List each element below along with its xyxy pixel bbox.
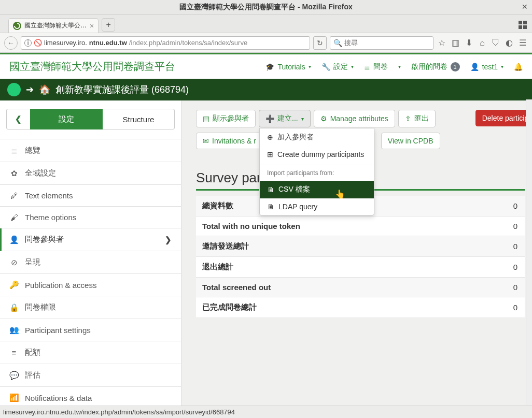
table-row: Total with no unique token0 — [196, 217, 525, 236]
svg-rect-3 — [523, 25, 527, 29]
graduation-icon: 🎓 — [265, 63, 274, 71]
wrench-icon: 🔧 — [321, 63, 330, 71]
window-close-button[interactable]: ✕ — [522, 3, 528, 11]
new-tab-button[interactable]: + — [102, 18, 115, 32]
toolbar-row1: ▤顯示參與者 ➕建立...▾ ⊕加入參與者 ⊞Create dummy part… — [196, 110, 532, 127]
menu-icon: 👤 — [9, 235, 19, 244]
url-pre: limesurvey.iro. — [44, 39, 87, 47]
stat-label: 邀請發送總計 — [196, 236, 483, 257]
nav-tutorials[interactable]: 🎓Tutorials▾ — [265, 63, 311, 71]
nav-settings[interactable]: 🔧設定▾ — [321, 62, 354, 71]
sidebar-item[interactable]: 🖉Text elements — [0, 185, 181, 207]
list-icon: ≣ — [364, 63, 370, 71]
brand-title[interactable]: 國立臺灣師範大學公用問卷調查平台 — [9, 60, 175, 74]
nav-surveys[interactable]: ≣問卷▾ — [364, 62, 401, 71]
manage-attributes-button[interactable]: ⚙Manage attributes — [314, 110, 395, 127]
dropdown-create-dummy[interactable]: ⊞Create dummy participants — [260, 146, 374, 163]
bookmark-button[interactable]: ☆ — [437, 38, 447, 48]
home-button[interactable]: ⌂ — [477, 38, 487, 48]
search-input[interactable] — [344, 39, 430, 47]
url-path: /index.php/admin/tokens/sa/index/surve — [129, 39, 247, 47]
nav-notifications[interactable]: 🔔 — [514, 63, 523, 71]
scrollbar[interactable] — [526, 99, 532, 406]
menu-label: 問卷權限 — [25, 302, 56, 312]
svg-rect-0 — [519, 21, 522, 24]
browser-tab[interactable]: 國立臺灣師範大學公… × — [8, 18, 99, 33]
sidebar-item[interactable]: 🔑Publication & access — [0, 274, 181, 296]
table-row: Total screened out0 — [196, 278, 525, 297]
search-box[interactable]: 🔍 — [330, 36, 433, 50]
sidebar-item[interactable]: 👥Participant settings — [0, 319, 181, 341]
menu-icon: 🔒 — [9, 303, 19, 312]
plus-square-icon: ⊞ — [267, 150, 273, 158]
extensions-button[interactable]: ◐ — [504, 38, 514, 48]
downloads-button[interactable]: ⬇ — [464, 38, 474, 48]
sidebar-item[interactable]: ⊘呈現 — [0, 251, 181, 274]
breadcrumb-arrow-icon: ➔ — [26, 84, 34, 95]
stat-value: 0 — [483, 257, 525, 278]
sidebar-item[interactable]: 👤問卷參與者❯ — [0, 228, 181, 251]
nav-active-surveys[interactable]: 啟用的問卷1 — [411, 62, 460, 71]
url-bar[interactable]: i 🚫 limesurvey.iro.ntnu.edu.tw/index.php… — [21, 36, 310, 50]
display-participants-button[interactable]: ▤顯示參與者 — [196, 110, 256, 127]
view-cpdb-button[interactable]: View in CPDB — [381, 133, 440, 149]
dropdown-import-ldap[interactable]: 🗎LDAP query — [260, 198, 374, 215]
sidebar-item[interactable]: 🖌Theme options — [0, 207, 181, 228]
url-domain: ntnu.edu.tw — [89, 39, 127, 47]
list-icon: ▤ — [203, 114, 209, 123]
search-icon: 🔍 — [333, 39, 342, 47]
create-dropdown-button[interactable]: ➕建立...▾ ⊕加入參與者 ⊞Create dummy participant… — [259, 110, 311, 127]
menu-label: Theme options — [25, 213, 76, 222]
sidebar-item[interactable]: ✿全域設定 — [0, 162, 181, 185]
status-text: limesurvey.iro.ntnu.edu.tw/index.php/adm… — [3, 408, 235, 416]
tab-label: 國立臺灣師範大學公… — [24, 21, 87, 30]
back-button[interactable]: ← — [4, 36, 18, 50]
pocket-button[interactable]: ▥ — [450, 38, 460, 48]
menu-label: Participant settings — [25, 326, 91, 335]
sidebar-item[interactable]: ≡配額 — [0, 341, 181, 364]
survey-title[interactable]: 創新教學實施課後評量 (668794) — [55, 83, 189, 96]
sidebar-item[interactable]: ≣總覽 — [0, 139, 181, 162]
sidebar-collapse-button[interactable]: ❮ — [6, 109, 30, 129]
plus-circle-icon: ⊕ — [267, 133, 273, 141]
sidebar-item[interactable]: 🔒問卷權限 — [0, 296, 181, 319]
menu-label: 問卷參與者 — [25, 235, 64, 244]
stat-value: 0 — [483, 278, 525, 297]
plus-circle-icon: ➕ — [265, 114, 274, 123]
dropdown-import-csv[interactable]: 🗎CSV 檔案 — [260, 181, 374, 198]
stat-label: Total screened out — [196, 278, 483, 297]
shield-icon[interactable]: ⛉ — [491, 38, 501, 48]
menu-label: 總覽 — [25, 146, 40, 155]
all-tabs-button[interactable] — [519, 21, 527, 29]
menu-icon: 📶 — [9, 393, 19, 402]
app-topnav: 國立臺灣師範大學公用問卷調查平台 🎓Tutorials▾ 🔧設定▾ ≣問卷▾ 啟… — [0, 53, 532, 79]
stat-value: 0 — [483, 297, 525, 318]
menu-icon: 🖉 — [9, 191, 19, 200]
tracking-icon[interactable]: 🚫 — [34, 39, 42, 47]
menu-icon: 💬 — [9, 371, 19, 380]
menu-icon: ≡ — [9, 348, 19, 357]
envelope-icon: ✉ — [203, 137, 209, 145]
delete-table-button[interactable]: Delete participa — [475, 110, 532, 126]
menu-label: 全域設定 — [25, 168, 56, 178]
sidebar-item[interactable]: 💬評估 — [0, 364, 181, 387]
menu-label: Text elements — [25, 191, 73, 200]
export-button[interactable]: ⇪匯出 — [398, 110, 436, 127]
sidebar-item[interactable]: 📶Notifications & data — [0, 387, 181, 406]
nav-user[interactable]: 👤test1▾ — [470, 63, 503, 71]
sidebar-tab-settings[interactable]: 設定 — [30, 109, 103, 129]
site-info-icon[interactable]: i — [24, 39, 32, 47]
home-icon[interactable]: 🏠 — [39, 84, 50, 95]
limesurvey-logo-icon[interactable] — [7, 83, 21, 96]
menu-icon: 👥 — [9, 325, 19, 335]
reload-button[interactable]: ↻ — [313, 36, 327, 50]
menu-icon: ✿ — [9, 169, 19, 178]
sidebar-tabswitch: ❮ 設定 Structure — [0, 100, 181, 132]
tab-close-button[interactable]: × — [90, 22, 94, 30]
left-sidebar: ❮ 設定 Structure ≣總覽✿全域設定🖉Text elements🖌Th… — [0, 100, 181, 406]
invitations-button[interactable]: ✉Invitations & r — [196, 133, 263, 149]
table-row: 邀請發送總計0 — [196, 236, 525, 257]
menu-button[interactable]: ☰ — [517, 38, 528, 48]
sidebar-tab-structure[interactable]: Structure — [103, 109, 175, 129]
dropdown-add-participant[interactable]: ⊕加入參與者 — [260, 128, 374, 146]
